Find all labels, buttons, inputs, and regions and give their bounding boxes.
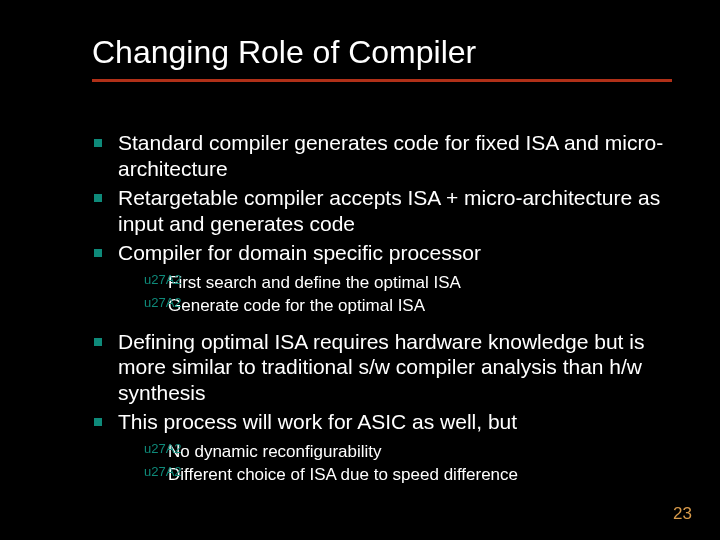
bullet-text: This process will work for ASIC as well,…: [118, 410, 517, 433]
sub-list: No dynamic reconfigurability Different c…: [168, 441, 672, 486]
bullet-text: Compiler for domain specific processor: [118, 241, 481, 264]
slide-title: Changing Role of Compiler: [92, 34, 672, 82]
bullet-item: Retargetable compiler accepts ISA + micr…: [118, 185, 672, 236]
bullet-item: Defining optimal ISA requires hardware k…: [118, 329, 672, 406]
bullet-item: This process will work for ASIC as well,…: [118, 409, 672, 485]
bullet-list: Standard compiler generates code for fix…: [118, 130, 672, 485]
slide: Changing Role of Compiler Standard compi…: [0, 0, 720, 540]
page-number: 23: [673, 504, 692, 524]
bullet-item: Standard compiler generates code for fix…: [118, 130, 672, 181]
slide-content: Standard compiler generates code for fix…: [92, 130, 672, 485]
sub-item: Generate code for the optimal ISA: [168, 295, 672, 316]
sub-item: Different choice of ISA due to speed dif…: [168, 464, 672, 485]
sub-item: First search and define the optimal ISA: [168, 272, 672, 293]
sub-item: No dynamic reconfigurability: [168, 441, 672, 462]
bullet-item: Compiler for domain specific processor F…: [118, 240, 672, 316]
sub-list: First search and define the optimal ISA …: [168, 272, 672, 317]
